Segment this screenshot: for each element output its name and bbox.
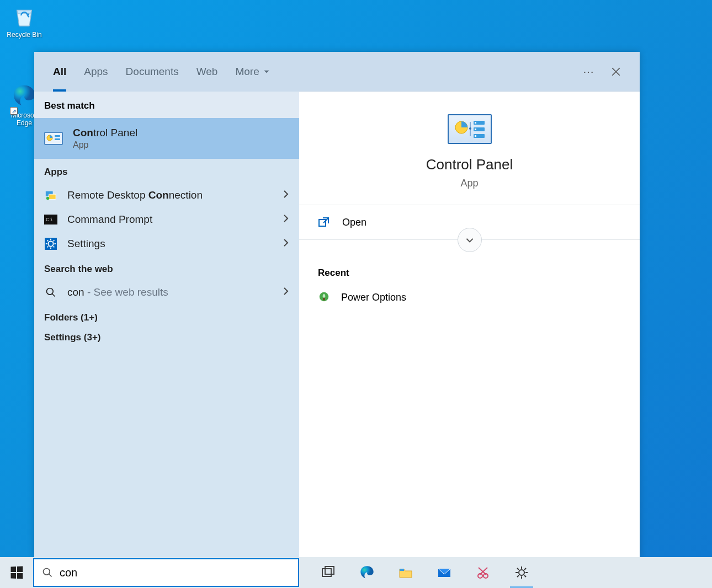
desktop-icon-label: Recycle Bin <box>3 31 45 39</box>
taskbar-task-view[interactable] <box>309 557 348 588</box>
task-view-icon <box>321 565 336 580</box>
recent-header: Recent <box>299 252 640 286</box>
snip-icon <box>475 565 491 580</box>
svg-line-17 <box>47 247 49 248</box>
chevron-right-icon <box>283 287 289 298</box>
svg-rect-3 <box>55 138 60 140</box>
svg-line-15 <box>47 240 49 242</box>
edge-icon <box>359 565 375 580</box>
result-title: Remote Desktop Connection <box>67 189 283 201</box>
recent-item-label: Power Options <box>341 292 406 303</box>
taskbar-search-box[interactable] <box>33 558 299 587</box>
result-title: Command Prompt <box>67 213 283 226</box>
tab-more-label: More <box>235 66 259 78</box>
section-apps: Apps <box>34 159 299 183</box>
power-options-icon <box>318 291 331 304</box>
result-subtitle: App <box>73 140 289 150</box>
svg-line-49 <box>524 575 526 577</box>
desktop: Recycle Bin ↗ Microsoft Edge All Apps Do… <box>0 0 712 588</box>
search-icon <box>44 286 57 299</box>
svg-point-43 <box>519 570 524 575</box>
tab-more[interactable]: More <box>226 52 279 92</box>
chevron-down-icon <box>263 68 270 76</box>
close-button[interactable] <box>602 58 630 85</box>
svg-rect-36 <box>325 566 334 574</box>
gear-icon <box>514 565 529 580</box>
expand-actions-button[interactable] <box>458 228 482 252</box>
edge-icon <box>11 83 38 109</box>
svg-line-51 <box>524 568 526 570</box>
svg-line-48 <box>517 568 519 570</box>
tab-documents[interactable]: Documents <box>117 52 188 92</box>
result-remote-desktop[interactable]: Remote Desktop Connection <box>34 183 299 207</box>
taskbar-snip[interactable] <box>464 557 502 588</box>
section-settings[interactable]: Settings (3+) <box>34 329 299 349</box>
tab-all[interactable]: All <box>44 52 75 92</box>
chevron-right-icon <box>283 238 289 249</box>
taskbar <box>0 557 712 588</box>
more-options-button[interactable]: ⋯ <box>575 58 602 85</box>
control-panel-large-icon <box>448 114 492 144</box>
shortcut-overlay-icon: ↗ <box>10 107 18 115</box>
search-icon <box>42 567 53 578</box>
svg-point-23 <box>469 127 471 130</box>
search-results-list: Best match Control Panel App Apps Rem <box>34 92 299 557</box>
svg-rect-35 <box>322 569 331 576</box>
svg-line-18 <box>54 240 55 242</box>
chevron-down-icon <box>465 235 475 245</box>
settings-icon <box>44 237 57 250</box>
result-command-prompt[interactable]: C:\ Command Prompt <box>34 207 299 232</box>
svg-rect-37 <box>400 569 404 571</box>
chevron-right-icon <box>283 214 289 225</box>
svg-text:C:\: C:\ <box>46 217 52 222</box>
tab-apps[interactable]: Apps <box>75 52 116 92</box>
start-button[interactable] <box>0 557 33 588</box>
recycle-bin-icon <box>11 2 38 29</box>
taskbar-mail[interactable] <box>425 557 464 588</box>
svg-point-19 <box>47 288 54 295</box>
svg-rect-30 <box>319 220 326 226</box>
svg-point-33 <box>44 569 50 575</box>
taskbar-pinned <box>309 557 541 588</box>
search-input[interactable] <box>60 559 290 586</box>
svg-rect-2 <box>55 135 60 137</box>
svg-line-34 <box>49 574 52 577</box>
result-web-search[interactable]: con - See web results <box>34 280 299 304</box>
preview-title: Control Panel <box>299 156 640 173</box>
svg-line-20 <box>52 294 55 297</box>
control-panel-icon <box>44 129 63 148</box>
preview-subtitle: App <box>299 178 640 189</box>
taskbar-settings[interactable] <box>502 557 541 588</box>
result-title: Control Panel <box>73 127 289 139</box>
action-open-label: Open <box>342 217 366 228</box>
section-folders[interactable]: Folders (1+) <box>34 304 299 329</box>
close-icon <box>611 67 621 77</box>
mail-icon <box>437 565 452 580</box>
chevron-right-icon <box>283 190 289 201</box>
svg-rect-5 <box>49 194 56 199</box>
search-panel: All Apps Documents Web More ⋯ Best match <box>34 52 640 557</box>
cmd-icon: C:\ <box>44 213 57 226</box>
search-preview-pane: Control Panel App Open Recent <box>299 92 640 557</box>
tab-web[interactable]: Web <box>188 52 227 92</box>
result-control-panel[interactable]: Control Panel App <box>34 118 299 159</box>
svg-rect-29 <box>475 135 476 137</box>
folder-icon <box>398 565 413 580</box>
svg-line-16 <box>54 247 55 248</box>
section-search-web: Search the web <box>34 256 299 280</box>
open-icon <box>318 216 330 228</box>
taskbar-file-explorer[interactable] <box>386 557 425 588</box>
taskbar-edge[interactable] <box>348 557 386 588</box>
result-title: con - See web results <box>67 286 283 298</box>
svg-line-50 <box>517 575 519 577</box>
svg-rect-28 <box>475 129 476 130</box>
result-settings[interactable]: Settings <box>34 232 299 256</box>
svg-point-6 <box>46 197 50 200</box>
recent-item-power-options[interactable]: Power Options <box>299 286 640 308</box>
section-best-match: Best match <box>34 92 299 118</box>
search-tabs: All Apps Documents Web More ⋯ <box>34 52 640 92</box>
desktop-icon-recycle-bin[interactable]: Recycle Bin <box>3 2 45 39</box>
svg-rect-27 <box>475 122 476 124</box>
windows-logo-icon <box>11 566 23 579</box>
svg-rect-32 <box>323 298 325 301</box>
